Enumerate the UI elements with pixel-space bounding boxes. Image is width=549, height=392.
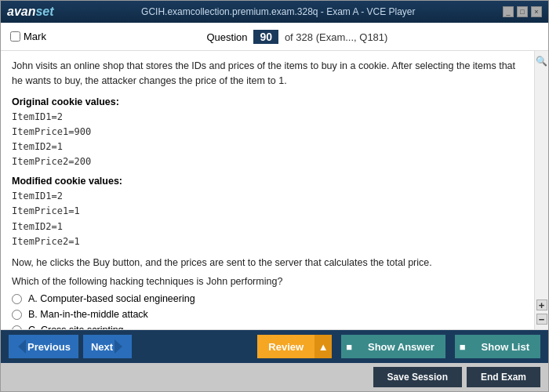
window-title: GCIH.examcollection.premium.exam.328q - … bbox=[54, 6, 503, 17]
maximize-button[interactable]: □ bbox=[517, 6, 528, 17]
mark-area: Mark bbox=[10, 31, 46, 42]
show-answer-button[interactable]: Show Answer bbox=[357, 335, 445, 358]
orig-val-3: ItemID2=1 bbox=[12, 140, 526, 154]
question-header: Mark Question 90 of 328 (Exam..., Q181) bbox=[1, 23, 548, 51]
mod-val-3: ItemID2=1 bbox=[12, 220, 526, 234]
scrollbar-right: 🔍 + − bbox=[534, 51, 548, 329]
option-b-label: B. Man-in-the-middle attack bbox=[28, 309, 148, 320]
next-label: Next bbox=[91, 341, 113, 353]
question-text: John visits an online shop that stores t… bbox=[12, 59, 526, 89]
mod-val-4: ItemPrice2=1 bbox=[12, 234, 526, 249]
mod-val-2: ItemPrice1=1 bbox=[12, 204, 526, 219]
modified-cookie-section: Modified cookie values: ItemID1=2 ItemPr… bbox=[12, 176, 526, 249]
content-area: John visits an online shop that stores t… bbox=[1, 51, 548, 330]
title-bar: avanset GCIH.examcollection.premium.exam… bbox=[1, 1, 548, 23]
review-button-group: Review ▲ bbox=[257, 335, 332, 358]
orig-val-2: ItemPrice1=900 bbox=[12, 125, 526, 140]
option-c-radio[interactable] bbox=[12, 325, 22, 331]
show-list-button[interactable]: Show List bbox=[471, 335, 540, 358]
zoom-controls: + − bbox=[536, 299, 547, 325]
end-exam-label: End Exam bbox=[481, 372, 526, 383]
prev-arrow-icon bbox=[18, 339, 26, 354]
review-button[interactable]: Review bbox=[257, 335, 314, 358]
original-cookie-title: Original cookie values: bbox=[12, 96, 526, 107]
app-logo: avanset bbox=[7, 5, 54, 19]
save-session-label: Save Session bbox=[387, 372, 448, 383]
review-dropdown-button[interactable]: ▲ bbox=[314, 335, 332, 358]
window-controls: _ □ × bbox=[503, 6, 542, 17]
show-answer-label: Show Answer bbox=[368, 341, 434, 353]
show-list-icon-button[interactable]: ■ bbox=[455, 335, 471, 358]
end-exam-button[interactable]: End Exam bbox=[467, 367, 540, 387]
orig-val-4: ItemPrice2=200 bbox=[12, 154, 526, 169]
show-list-button-group: ■ Show List bbox=[455, 335, 540, 358]
review-label: Review bbox=[268, 341, 304, 353]
options-list: A. Computer-based social engineering B. … bbox=[12, 293, 526, 330]
question-label: Question bbox=[206, 31, 247, 43]
option-b-radio[interactable] bbox=[12, 310, 22, 320]
option-a-radio[interactable] bbox=[12, 294, 22, 304]
orig-val-1: ItemID1=2 bbox=[12, 110, 526, 125]
next-button[interactable]: Next bbox=[83, 335, 132, 358]
prev-button-group: Previous bbox=[9, 335, 78, 358]
next-button-group: Next bbox=[83, 335, 132, 358]
question-total: of 328 (Exam..., Q181) bbox=[285, 31, 388, 43]
action-text: Now, he clicks the Buy button, and the p… bbox=[12, 257, 526, 268]
original-cookie-values: ItemID1=2 ItemPrice1=900 ItemID2=1 ItemP… bbox=[12, 110, 526, 170]
search-icon[interactable]: 🔍 bbox=[536, 56, 547, 67]
show-answer-icon-button[interactable]: ■ bbox=[341, 335, 357, 358]
question-number: 90 bbox=[253, 30, 278, 44]
minimize-button[interactable]: _ bbox=[503, 6, 514, 17]
option-a: A. Computer-based social engineering bbox=[12, 293, 526, 304]
mod-val-1: ItemID1=2 bbox=[12, 189, 526, 204]
option-c: C. Cross site scripting bbox=[12, 325, 526, 330]
save-session-button[interactable]: Save Session bbox=[373, 367, 462, 387]
modified-cookie-title: Modified cookie values: bbox=[12, 176, 526, 187]
zoom-in-button[interactable]: + bbox=[536, 299, 547, 310]
show-answer-button-group: ■ Show Answer bbox=[341, 335, 445, 358]
previous-button[interactable]: Previous bbox=[9, 335, 78, 358]
previous-label: Previous bbox=[27, 341, 71, 353]
show-list-label: Show List bbox=[482, 341, 529, 353]
modified-cookie-values: ItemID1=2 ItemPrice1=1 ItemID2=1 ItemPri… bbox=[12, 189, 526, 249]
nav-bar: Previous Next Review ▲ ■ Show Answer ■ bbox=[1, 330, 548, 363]
original-cookie-section: Original cookie values: ItemID1=2 ItemPr… bbox=[12, 96, 526, 170]
option-c-label: C. Cross site scripting bbox=[28, 325, 124, 330]
session-bar: Save Session End Exam bbox=[1, 363, 548, 391]
option-b: B. Man-in-the-middle attack bbox=[12, 309, 526, 320]
prompt-text: Which of the following hacking technique… bbox=[12, 276, 526, 287]
next-arrow-icon bbox=[115, 339, 122, 354]
main-window: avanset GCIH.examcollection.premium.exam… bbox=[0, 0, 549, 392]
close-button[interactable]: × bbox=[531, 6, 542, 17]
zoom-out-button[interactable]: − bbox=[536, 314, 547, 325]
question-number-area: Question 90 of 328 (Exam..., Q181) bbox=[56, 30, 539, 44]
mark-label: Mark bbox=[24, 31, 46, 42]
mark-checkbox[interactable] bbox=[10, 31, 20, 42]
option-a-label: A. Computer-based social engineering bbox=[28, 293, 195, 304]
